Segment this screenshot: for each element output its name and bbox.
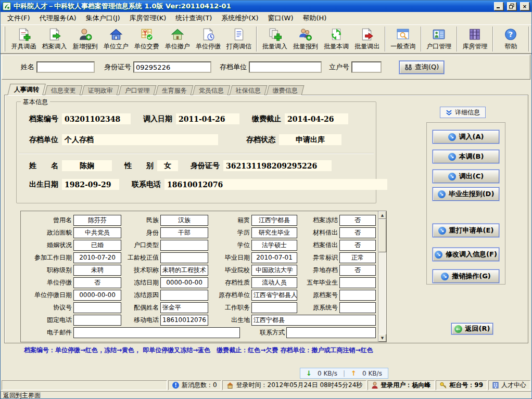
- id-number-input[interactable]: [133, 61, 211, 73]
- field-input[interactable]: 0000-00-00: [160, 277, 208, 288]
- toolbar-button-unit-cancel-account[interactable]: 单位撤户: [162, 25, 193, 53]
- toolbar-button-help[interactable]: ? 帮助: [496, 25, 526, 53]
- menu-window[interactable]: 窗口(W): [263, 11, 298, 25]
- field-input[interactable]: 2010-07-01: [251, 252, 297, 263]
- tab-info-change[interactable]: 信息变更: [45, 85, 83, 95]
- field-input[interactable]: [339, 277, 376, 288]
- scroll-up-button[interactable]: ▲: [378, 211, 386, 219]
- field-input[interactable]: 张金平: [160, 302, 208, 313]
- scroll-thumb[interactable]: [378, 219, 386, 252]
- menu-collective-hukou[interactable]: 集体户口(J): [81, 11, 125, 25]
- toolbar-button-unit-payment[interactable]: 单位交费: [131, 25, 162, 53]
- field-input[interactable]: 已婚: [73, 240, 121, 251]
- toolbar-button-hukou-management[interactable]: 户口管理: [424, 25, 454, 53]
- field-label: 职称级别: [21, 266, 72, 275]
- toolbar-button-unit-stop-payment[interactable]: 单位停缴: [193, 25, 223, 53]
- tab-party-member-info[interactable]: 党员信息: [193, 85, 231, 95]
- toolbar-button-label: 批量报到: [293, 42, 318, 51]
- field-input[interactable]: [339, 290, 376, 301]
- minimize-button[interactable]: [494, 2, 503, 10]
- field-input[interactable]: 法学硕士: [251, 240, 297, 251]
- toolbar-button-batch-register[interactable]: 批量报到: [290, 25, 321, 53]
- field-input[interactable]: 江西宁都县: [251, 215, 297, 226]
- field-input[interactable]: 0000-00-00: [73, 290, 121, 301]
- field-input[interactable]: [160, 290, 208, 301]
- menu-file[interactable]: 文件(F): [3, 11, 35, 25]
- reprint-application-button[interactable]: ↘重打申请单(E): [433, 224, 499, 237]
- menu-help[interactable]: 帮助(H): [298, 11, 331, 25]
- field-input[interactable]: 汉族: [160, 215, 208, 226]
- field-input[interactable]: [251, 302, 297, 313]
- field-input[interactable]: 否: [73, 277, 121, 288]
- field-input[interactable]: 否: [339, 227, 376, 238]
- toolbar-button-batch-in[interactable]: 批量调入: [259, 25, 290, 53]
- toolbar-button-label: 新增报到: [73, 42, 98, 51]
- arrow-circle-icon: ↘: [435, 251, 442, 259]
- back-button[interactable]: ←返回(R): [451, 323, 493, 334]
- field-input[interactable]: 中国政法大学: [251, 265, 297, 276]
- field-input[interactable]: 否: [339, 215, 376, 226]
- field-label: 民族: [121, 216, 159, 225]
- toolbar-button-print-transfer-letter[interactable]: 打商调信: [223, 25, 254, 53]
- field-input[interactable]: 正常: [339, 252, 376, 263]
- undo-operation-button[interactable]: ↘撤销操作(G): [433, 269, 499, 283]
- transfer-in-button[interactable]: ↘调入(A): [433, 130, 499, 144]
- field-input[interactable]: [160, 240, 208, 251]
- toolbar-button-warehouse-management[interactable]: 库房管理: [460, 25, 490, 53]
- field-input[interactable]: 2010-07-20: [73, 252, 121, 263]
- toolbar-button-batch-out[interactable]: 批量调出: [352, 25, 383, 53]
- toolbar-button-open-letter[interactable]: 开具调函: [8, 25, 39, 53]
- field-input[interactable]: [286, 327, 376, 338]
- tab-hukou-management[interactable]: 户口管理: [119, 85, 157, 95]
- field-input[interactable]: [339, 302, 376, 313]
- archive-number-value: 03201102348: [62, 113, 131, 124]
- field-input[interactable]: 否: [339, 240, 376, 251]
- field-input[interactable]: [160, 252, 208, 263]
- tab-social-security-info[interactable]: 社保信息: [230, 85, 268, 95]
- field-input[interactable]: 干部: [160, 227, 208, 238]
- menu-agency-service[interactable]: 代理服务(A): [35, 11, 81, 25]
- field-input[interactable]: 未聘的工程技术: [160, 265, 208, 276]
- graduate-register-button[interactable]: ↘毕业生报到(D): [433, 187, 499, 201]
- tab-certificate-review[interactable]: 证明政审: [82, 85, 120, 95]
- field-input[interactable]: 中共党员: [73, 227, 121, 238]
- field-input[interactable]: 否: [339, 265, 376, 276]
- field-input[interactable]: 流动人员: [251, 277, 297, 288]
- name-input[interactable]: [36, 61, 95, 73]
- restore-button[interactable]: [507, 2, 516, 10]
- toolbar-button-file-transfer-in[interactable]: 档案调入: [39, 25, 70, 53]
- transfer-out-button[interactable]: ↘调出(C): [433, 170, 499, 183]
- detail-info-button[interactable]: 详细信息: [440, 107, 486, 118]
- action-label: 撤销操作(G): [452, 272, 491, 281]
- field-input[interactable]: [73, 302, 121, 313]
- field-input[interactable]: 未聘: [73, 265, 121, 276]
- field-input[interactable]: [73, 315, 121, 326]
- grid-scrollbar[interactable]: ▲ ▼: [378, 211, 386, 342]
- toolbar-button-batch-local-transfer[interactable]: 批量本调: [321, 25, 352, 53]
- center-text: 人才中心: [501, 381, 526, 390]
- field-input[interactable]: 研究生毕业: [251, 227, 297, 238]
- field-input[interactable]: 江西省宁都县人: [251, 290, 297, 301]
- field-input[interactable]: [73, 327, 240, 338]
- account-number-input[interactable]: [351, 61, 382, 73]
- menu-warehouse[interactable]: 库房管理(K): [125, 11, 171, 25]
- archive-unit-input[interactable]: [249, 61, 322, 73]
- close-button[interactable]: ×: [520, 2, 529, 10]
- tab-payment-info[interactable]: 缴费信息: [267, 85, 305, 95]
- tab-personnel-transfer[interactable]: 人事调转: [7, 84, 45, 95]
- tab-birth-service[interactable]: 生育服务: [156, 85, 194, 95]
- toolbar-button-unit-create-account[interactable]: 单位立户: [100, 25, 131, 53]
- scroll-down-button[interactable]: ▼: [378, 334, 386, 342]
- scroll-track[interactable]: [378, 252, 386, 334]
- field-input[interactable]: 18610012076: [160, 315, 208, 326]
- menu-statistics-query[interactable]: 统计查询(T): [171, 11, 217, 25]
- field-input[interactable]: 陈芬芬: [73, 215, 121, 226]
- toolbar-button-general-query[interactable]: 一般查询: [388, 25, 419, 53]
- local-transfer-button[interactable]: ↘本调(B): [433, 150, 499, 163]
- house-green-icon: [171, 28, 184, 41]
- query-button[interactable]: 查询(Q): [399, 61, 444, 74]
- field-input[interactable]: 江西宁都县: [251, 315, 376, 326]
- menu-system-maintenance[interactable]: 系统维护(X): [217, 11, 263, 25]
- modify-transfer-info-button[interactable]: ↘修改调入信息(F): [433, 248, 499, 261]
- toolbar-button-new-register[interactable]: 新增报到: [70, 25, 100, 53]
